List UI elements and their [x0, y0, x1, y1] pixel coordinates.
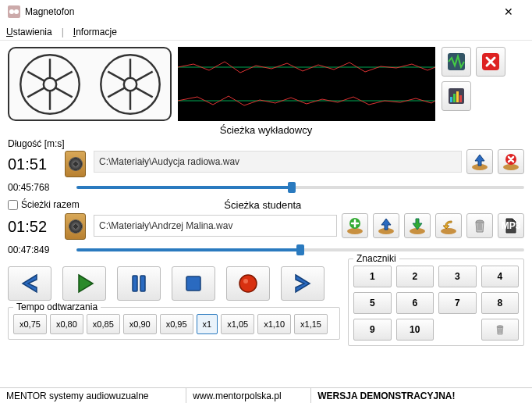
marker-button[interactable]: 10: [396, 319, 434, 341]
close-button[interactable]: ✕: [493, 5, 524, 18]
student-timecode: 00:47:849: [8, 244, 70, 255]
student-mp3-button[interactable]: MP3: [498, 213, 524, 238]
tempo-label: Tempo odtwarzania: [13, 301, 101, 312]
lecturer-timecode: 00:45:768: [8, 182, 70, 193]
markers-trash-button[interactable]: [481, 319, 520, 341]
length-label: Długość [m:s]: [8, 138, 86, 149]
tempo-option[interactable]: x1,10: [257, 314, 291, 334]
svg-rect-41: [133, 276, 137, 291]
footer-version: WERSJA DEMONSTRACYJNA!: [311, 388, 532, 403]
student-trash-button[interactable]: [466, 213, 493, 238]
svg-rect-42: [140, 276, 145, 291]
oscilloscope-button[interactable]: [442, 47, 471, 77]
svg-line-18: [108, 87, 125, 97]
next-button[interactable]: [281, 266, 325, 301]
lecturer-path-field: C:\Materiały\Audycja radiowa.wav: [94, 151, 462, 173]
tracks-together-label: Ścieżki razem: [21, 199, 80, 210]
svg-point-29: [503, 164, 519, 170]
tempo-option[interactable]: x1: [197, 314, 218, 334]
svg-text:MP3: MP3: [502, 220, 520, 231]
marker-button[interactable]: 6: [396, 292, 434, 314]
student-upload-button[interactable]: [373, 213, 399, 238]
student-download-button[interactable]: [404, 213, 431, 238]
tempo-option[interactable]: x1,05: [221, 314, 254, 334]
lecturer-delete-button[interactable]: [498, 149, 524, 174]
footer-company: MENTOR systemy audiowuzualne: [0, 388, 186, 403]
menu-settings[interactable]: Ustawienia: [6, 27, 52, 37]
svg-point-12: [123, 77, 136, 90]
lecturer-speaker-button[interactable]: [65, 151, 86, 177]
tempo-option[interactable]: x0,80: [50, 314, 83, 334]
pause-button[interactable]: [117, 266, 161, 301]
svg-line-7: [27, 71, 44, 80]
student-path-field[interactable]: C:\Materiały\Andrzej Malina.wav: [94, 215, 337, 237]
menu-settings-label: Ustawienia: [6, 27, 52, 37]
prev-button[interactable]: [8, 266, 51, 301]
marker-button[interactable]: 1: [353, 266, 392, 287]
equalizer-button[interactable]: [442, 81, 471, 111]
menu-info[interactable]: Informacje: [73, 27, 117, 37]
window-title: Magnetofon: [25, 6, 493, 17]
marker-button[interactable]: 9: [353, 319, 392, 341]
svg-point-46: [497, 326, 503, 328]
lecturer-track-label: Ścieżka wykładowcy: [8, 124, 524, 136]
student-slider[interactable]: [76, 244, 524, 255]
lecturer-slider[interactable]: [76, 182, 524, 193]
tempo-option[interactable]: x0,75: [13, 314, 47, 334]
footer-url: www.mentorpolska.pl: [186, 388, 311, 403]
menu-separator: |: [62, 27, 64, 37]
svg-rect-25: [453, 94, 456, 102]
svg-line-15: [108, 71, 125, 80]
tempo-option[interactable]: x0,90: [123, 314, 157, 334]
tempo-option[interactable]: x0,85: [87, 314, 120, 334]
svg-point-44: [239, 275, 257, 292]
svg-point-45: [243, 279, 248, 284]
svg-line-10: [27, 87, 44, 97]
tempo-option[interactable]: x0,95: [160, 314, 193, 334]
marker-button[interactable]: 5: [353, 292, 392, 314]
svg-point-1: [9, 9, 14, 14]
tracks-together-checkbox[interactable]: [8, 200, 18, 210]
play-button[interactable]: [62, 266, 106, 301]
tempo-group: Tempo odtwarzania x0,75x0,80x0,85x0,90x0…: [8, 307, 340, 340]
marker-button[interactable]: 4: [481, 266, 520, 287]
marker-button[interactable]: 2: [396, 266, 434, 287]
record-button[interactable]: [226, 266, 270, 301]
svg-line-16: [135, 87, 152, 97]
svg-rect-27: [459, 95, 462, 102]
app-icon: [8, 5, 20, 18]
student-track-label: Ścieżka studenta: [80, 199, 446, 211]
svg-point-2: [14, 9, 19, 14]
stop-button[interactable]: [172, 266, 215, 301]
menu-info-label: Informacje: [73, 27, 117, 37]
svg-point-4: [43, 77, 55, 90]
student-length: 01:52: [8, 218, 60, 236]
svg-line-17: [135, 71, 152, 80]
lecturer-length: 01:51: [8, 155, 60, 173]
markers-group: Znaczniki 12345678910: [348, 259, 524, 346]
waveform-display: [178, 47, 435, 121]
svg-point-36: [476, 220, 484, 223]
student-speaker-button[interactable]: [65, 213, 86, 240]
svg-point-35: [441, 228, 456, 234]
svg-rect-24: [450, 97, 452, 102]
svg-point-31: [347, 228, 363, 234]
marker-button[interactable]: 8: [481, 292, 520, 314]
svg-line-8: [55, 87, 72, 97]
marker-button[interactable]: 3: [438, 266, 477, 287]
svg-rect-43: [186, 276, 200, 291]
lecturer-upload-button[interactable]: [466, 149, 493, 174]
markers-label: Znaczniki: [353, 253, 399, 264]
svg-rect-26: [456, 91, 459, 102]
student-undo-button[interactable]: [435, 213, 462, 238]
tape-reels-graphic: [8, 47, 172, 121]
student-add-button[interactable]: [342, 213, 368, 238]
svg-line-9: [55, 71, 72, 80]
tempo-option[interactable]: x1,15: [294, 314, 328, 334]
marker-button[interactable]: 7: [438, 292, 477, 314]
close-track-button[interactable]: [476, 47, 505, 77]
